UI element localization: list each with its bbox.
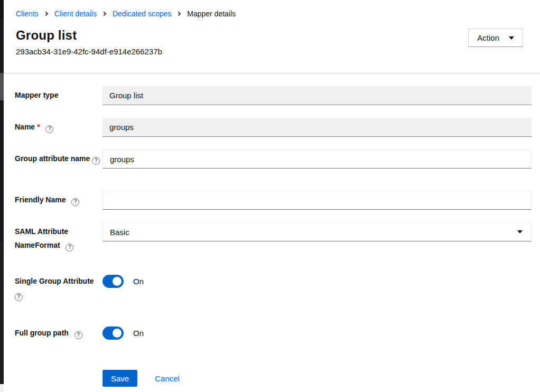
- sidebar-active-item-sliver: [0, 73, 4, 100]
- breadcrumb-current-page: Mapper details: [187, 9, 236, 18]
- page-title: Group list: [16, 27, 540, 44]
- caret-down-icon: [509, 36, 514, 40]
- single-group-attribute-label-text: Single Group Attribute: [15, 277, 94, 285]
- breadcrumb-chevron-icon: [102, 12, 106, 16]
- cancel-link[interactable]: Cancel: [155, 374, 180, 383]
- friendly-name-label: Friendly Name ?: [15, 191, 103, 207]
- friendly-name-control: [103, 191, 532, 210]
- saml-attribute-nameformat-label: SAML Attribute NameFormat ?: [15, 222, 103, 252]
- form-row-mapper-type: Mapper type: [15, 86, 532, 105]
- caret-down-icon: [517, 230, 523, 234]
- toggle-knob: [113, 277, 122, 286]
- help-icon[interactable]: ?: [66, 244, 73, 251]
- action-dropdown-label: Action: [477, 33, 499, 42]
- breadcrumb-clients-link[interactable]: Clients: [16, 9, 39, 18]
- sidebar-edge-top: [0, 20, 4, 73]
- full-group-path-state: On: [133, 329, 144, 338]
- name-control: [103, 118, 532, 137]
- mapper-type-control: [103, 86, 532, 105]
- sidebar-edge-middle: [0, 100, 4, 243]
- mapper-type-label: Mapper type: [15, 86, 103, 102]
- group-attribute-name-control: [103, 150, 532, 169]
- saml-attribute-nameformat-control: Basic: [103, 222, 532, 241]
- name-label: Name* ?: [15, 118, 103, 134]
- breadcrumb-chevron-icon: [44, 12, 48, 16]
- name-label-text: Name: [15, 123, 35, 131]
- main-content: Clients Client details Dedicated scopes …: [4, 0, 540, 392]
- required-asterisk: *: [37, 123, 40, 131]
- form-row-single-group-attribute: Single Group Attribute ? On: [15, 274, 532, 302]
- form-row-friendly-name: Friendly Name ?: [15, 191, 532, 210]
- single-group-attribute-toggle[interactable]: [103, 275, 124, 288]
- group-attribute-name-label: Group attribute name ?: [15, 150, 103, 165]
- friendly-name-input[interactable]: [103, 191, 532, 210]
- help-icon[interactable]: ?: [15, 293, 23, 301]
- mapper-id-subtitle: 293acb34-31e9-42fc-94df-e914e266237b: [16, 46, 540, 57]
- group-attribute-name-label-text: Group attribute name: [15, 154, 90, 163]
- help-icon[interactable]: ?: [71, 198, 79, 206]
- nav-sidebar-edge: [0, 0, 4, 392]
- full-group-path-label: Full group path ?: [15, 326, 103, 340]
- friendly-name-label-text: Friendly Name: [15, 195, 66, 204]
- help-icon[interactable]: ?: [92, 157, 100, 165]
- breadcrumb-dedicated-scopes-link[interactable]: Dedicated scopes: [113, 9, 171, 18]
- breadcrumb-chevron-icon: [176, 12, 181, 16]
- breadcrumb-client-details-link[interactable]: Client details: [54, 9, 97, 18]
- toggle-knob: [113, 329, 122, 338]
- form-row-name: Name* ?: [15, 118, 532, 137]
- single-group-attribute-state: On: [133, 277, 144, 286]
- masthead-edge: [0, 0, 4, 20]
- sidebar-edge-bottom: [0, 243, 4, 384]
- saml-attribute-nameformat-label-text: SAML Attribute NameFormat: [15, 227, 68, 249]
- help-icon[interactable]: ?: [45, 125, 53, 133]
- mapper-details-form: Mapper type Name* ? Group attribute name…: [4, 73, 540, 387]
- page-header: Clients Client details Dedicated scopes …: [4, 0, 540, 73]
- full-group-path-control: On: [103, 326, 532, 340]
- help-icon[interactable]: ?: [75, 331, 82, 339]
- save-button[interactable]: Save: [103, 370, 137, 387]
- full-group-path-toggle[interactable]: [103, 326, 124, 340]
- single-group-attribute-control: On: [103, 274, 532, 288]
- mapper-type-label-text: Mapper type: [15, 91, 58, 99]
- form-row-group-attribute-name: Group attribute name ?: [15, 150, 532, 169]
- mapper-type-input: [103, 86, 532, 105]
- sidebar-edge-footer: [0, 384, 4, 392]
- action-dropdown-button[interactable]: Action: [468, 29, 523, 47]
- form-row-saml-attribute-nameformat: SAML Attribute NameFormat ? Basic: [15, 222, 532, 252]
- single-group-attribute-label: Single Group Attribute ?: [15, 274, 103, 302]
- breadcrumb: Clients Client details Dedicated scopes …: [16, 9, 540, 18]
- group-attribute-name-input[interactable]: [103, 150, 532, 169]
- name-input: [103, 118, 532, 137]
- form-actions: Save Cancel: [103, 370, 532, 387]
- saml-attribute-nameformat-select[interactable]: Basic: [103, 222, 532, 241]
- saml-attribute-nameformat-selected-value: Basic: [110, 228, 129, 237]
- full-group-path-label-text: Full group path: [15, 329, 69, 337]
- form-row-full-group-path: Full group path ? On: [15, 326, 532, 340]
